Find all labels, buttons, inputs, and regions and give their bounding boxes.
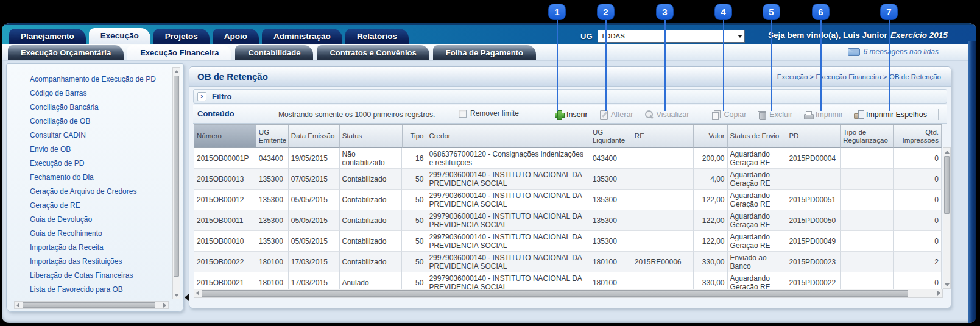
cell-ug-liquidante: 135300 xyxy=(590,210,632,231)
scroll-down-icon[interactable] xyxy=(943,281,950,288)
scroll-up-icon[interactable] xyxy=(173,68,180,75)
filter-bar: › Filtro xyxy=(193,89,947,104)
cell-status: Contabilizado xyxy=(340,231,403,252)
sidebar-item-conciliacao-de-ob[interactable]: Conciliação de OB xyxy=(7,115,169,129)
cell-re xyxy=(632,148,694,169)
imprimir-button[interactable]: Imprimir xyxy=(803,110,843,119)
column-header-ug-liquidante[interactable]: UG Liquidante xyxy=(590,125,632,148)
sidebar-item-lista-de-favorecido-para-ob[interactable]: Lista de Favorecido para OB xyxy=(7,283,169,297)
table-horizontal-scrollbar[interactable] xyxy=(194,289,943,298)
cell-status-de-envio: Aguardando Geração RE xyxy=(728,169,787,190)
table-row[interactable]: 2015OB0002218010017/03/2015Contabilizado… xyxy=(194,252,942,272)
table-row[interactable]: 2015OB0001113530005/05/2015Contabilizado… xyxy=(194,210,942,231)
cell-pd: 2015PD00004 xyxy=(786,148,841,169)
sidebar-horizontal-scrollbar[interactable] xyxy=(14,301,169,309)
alterar-button[interactable]: Alterar xyxy=(599,110,633,119)
sub-tab-folha-de-pagamento[interactable]: Folha de Pagamento xyxy=(433,45,536,60)
top-tab-administracao[interactable]: Administração xyxy=(262,29,342,44)
column-header-status-de-envio[interactable]: Status de Envio xyxy=(728,125,787,148)
cell-ug-liquidante: 180100 xyxy=(590,272,632,289)
column-header-valor[interactable]: Valor xyxy=(694,125,728,148)
table-row[interactable]: 2015OB0001213530005/05/2015Contabilizado… xyxy=(194,190,942,210)
top-tab-planejamento[interactable]: Planejamento xyxy=(9,29,86,44)
top-tab-projetos[interactable]: Projetos xyxy=(153,29,210,44)
sidebar-item-fechamento-do-dia[interactable]: Fechamento do Dia xyxy=(7,171,169,185)
cell-pd xyxy=(786,169,841,190)
table-vertical-scrollbar[interactable] xyxy=(943,147,951,289)
sidebar-item-consultar-cadin[interactable]: Consultar CADIN xyxy=(7,129,169,143)
cell-ug-emitente: 043400 xyxy=(256,148,289,169)
sidebar-item-liberacao-de-cotas-financeiras[interactable]: Liberação de Cotas Financeiras xyxy=(7,269,169,283)
column-header-ug-emitente[interactable]: UG Emitente xyxy=(256,125,289,148)
cell-tipo-de-regularizacao xyxy=(841,272,894,289)
sidebar-item-guia-de-recolhimento[interactable]: Guia de Recolhimento xyxy=(7,227,169,241)
scroll-down-icon[interactable] xyxy=(173,291,180,299)
sidebar-item-execucao-de-pd[interactable]: Execução de PD xyxy=(7,157,169,171)
cell-data-emissao: 17/03/2015 xyxy=(289,272,340,289)
top-tab-relatorios[interactable]: Relatórios xyxy=(345,29,409,44)
copiar-button[interactable]: Copiar xyxy=(711,110,746,119)
sidebar-collapse-handle[interactable] xyxy=(185,294,189,301)
annotation-line-7 xyxy=(889,18,890,111)
remove-limit-checkbox[interactable] xyxy=(459,110,467,118)
edit-icon xyxy=(599,110,608,119)
cell-tipo-de-regularizacao xyxy=(841,231,894,252)
table-row[interactable]: 2015OB00001P04340019/05/2015Não contabil… xyxy=(194,148,942,169)
column-header-data-emissao[interactable]: Data Emissão xyxy=(289,125,340,148)
sidebar-item-guia-de-devolucao[interactable]: Guia de Devolução xyxy=(7,213,169,227)
button-label: Imprimir xyxy=(816,110,843,119)
sidebar-item-envio-de-ob[interactable]: Envio de OB xyxy=(7,143,169,157)
column-header-credor[interactable]: Credor xyxy=(426,125,590,148)
cell-ug-liquidante: 043400 xyxy=(590,148,632,169)
inserir-button[interactable]: Inserir xyxy=(554,110,588,119)
table-row[interactable]: 2015OB0001013530005/05/2015Contabilizado… xyxy=(194,231,942,252)
sidebar-item-importacao-da-receita[interactable]: Importação da Receita xyxy=(7,241,169,255)
messages-indicator[interactable]: 6 mensagens não lidas xyxy=(848,48,939,56)
scroll-left-icon[interactable] xyxy=(16,303,19,308)
scrollbar-thumb[interactable] xyxy=(202,290,908,297)
sidebar-item-acompanhamento-de-execucao-de-pd[interactable]: Acompanhamento de Execução de PD xyxy=(7,73,169,87)
table-row[interactable]: 2015OB0001313530007/05/2015Contabilizado… xyxy=(194,169,942,190)
scroll-left-icon[interactable] xyxy=(196,291,199,296)
filter-expand-icon[interactable]: › xyxy=(197,92,206,101)
printer-icon xyxy=(803,110,813,119)
column-header-tipo-de-regularizacao[interactable]: Tipo de Regularização xyxy=(841,125,894,148)
breadcrumb[interactable]: Execução > Execução Financeira > OB de R… xyxy=(777,67,941,87)
column-header-numero[interactable]: Número xyxy=(194,125,256,148)
sidebar-vertical-scrollbar[interactable] xyxy=(172,67,180,299)
sub-tab-contratos-e-convenios[interactable]: Contratos e Convênios xyxy=(317,45,429,60)
sidebar-item-geracao-de-re[interactable]: Geração de RE xyxy=(7,199,169,213)
cell-status: Anulado xyxy=(340,272,403,289)
scrollbar-thumb[interactable] xyxy=(944,156,950,214)
column-header-tipo[interactable]: Tipo xyxy=(403,125,427,148)
scroll-right-icon[interactable] xyxy=(163,303,166,308)
cell-status-de-envio: Aguardando Geração RE xyxy=(728,210,787,231)
sidebar-item-geracao-de-arquivo-de-credores[interactable]: Geração de Arquivo de Credores xyxy=(7,185,169,199)
cell-status: Contabilizado xyxy=(340,169,403,190)
cell-numero: 2015OB00010 xyxy=(194,231,256,252)
column-header-status[interactable]: Status xyxy=(340,125,403,148)
excluir-button[interactable]: Excluir xyxy=(757,110,792,119)
scrollbar-thumb[interactable] xyxy=(174,76,179,277)
imprimir-espelhos-button[interactable]: Imprimir Espelhos xyxy=(854,110,927,119)
sidebar-item-conciliacao-bancaria[interactable]: Conciliação Bancária xyxy=(7,101,169,115)
top-tab-execucao[interactable]: Execução xyxy=(89,28,150,44)
sub-tab-contabilidade[interactable]: Contabilidade xyxy=(235,45,313,60)
sub-tab-execucao-orcamentaria[interactable]: Execução Orçamentária xyxy=(8,45,124,60)
column-header-qtd-impressoes[interactable]: Qtd. Impressões xyxy=(894,125,942,148)
column-header-re[interactable]: RE xyxy=(632,125,694,148)
messages-text: 6 mensagens não lidas xyxy=(864,48,939,56)
table-row[interactable]: 2015OB0002118010017/03/2015Anulado502997… xyxy=(194,272,942,289)
scrollbar-thumb[interactable] xyxy=(23,302,155,308)
trash-icon xyxy=(757,110,767,119)
top-tab-apoio[interactable]: Apoio xyxy=(213,29,259,44)
sidebar-item-codigo-de-barras[interactable]: Código de Barras xyxy=(7,87,169,101)
cell-tipo: 50 xyxy=(402,190,426,210)
cell-tipo-de-regularizacao xyxy=(841,210,894,231)
column-header-pd[interactable]: PD xyxy=(786,125,841,148)
scroll-up-icon[interactable] xyxy=(943,148,950,155)
visualizar-button[interactable]: Visualizar xyxy=(644,110,689,119)
sub-tab-execucao-financeira[interactable]: Execução Financeira xyxy=(127,45,231,60)
scroll-right-icon[interactable] xyxy=(937,291,940,296)
sidebar-item-importacao-das-restituicoes[interactable]: Importação das Restituições xyxy=(7,255,169,269)
